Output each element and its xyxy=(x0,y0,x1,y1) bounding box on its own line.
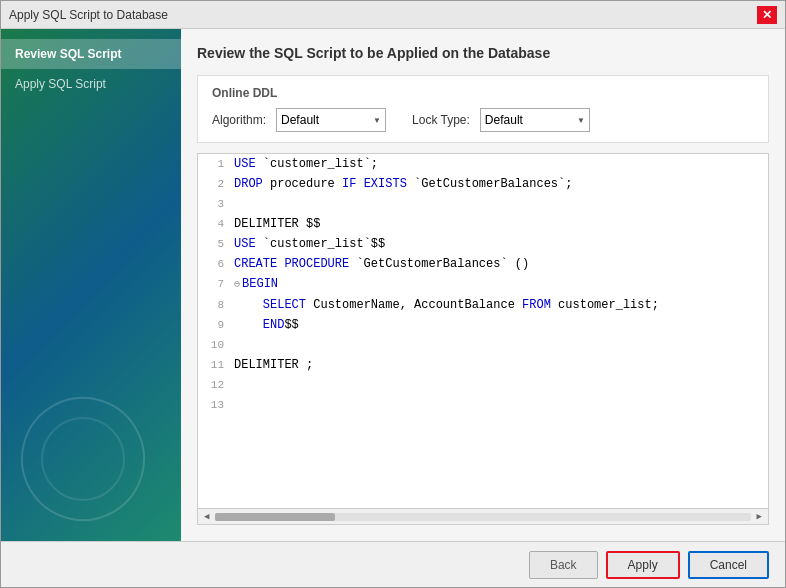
sidebar: Review SQL Script Apply SQL Script xyxy=(1,29,181,541)
online-ddl-section: Online DDL Algorithm: Default INPLACE CO… xyxy=(197,75,769,143)
cancel-button[interactable]: Cancel xyxy=(688,551,769,579)
footer: Back Apply Cancel xyxy=(1,541,785,587)
back-button[interactable]: Back xyxy=(529,551,598,579)
main-content: Review the SQL Script to be Applied on t… xyxy=(181,29,785,541)
title-bar: Apply SQL Script to Database ✕ xyxy=(1,1,785,29)
scroll-thumb[interactable] xyxy=(215,513,335,521)
code-line-8: 8 SELECT CustomerName, AccountBalance FR… xyxy=(198,295,768,315)
algorithm-label: Algorithm: xyxy=(212,113,266,127)
scroll-track[interactable] xyxy=(215,513,750,521)
code-line-12: 12 xyxy=(198,375,768,395)
lock-type-select[interactable]: Default NONE SHARED EXCLUSIVE xyxy=(480,108,590,132)
code-line-4: 4 DELIMITER $$ xyxy=(198,214,768,234)
close-button[interactable]: ✕ xyxy=(757,6,777,24)
code-line-5: 5 USE `customer_list`$$ xyxy=(198,234,768,254)
online-ddl-label: Online DDL xyxy=(212,86,754,100)
scroll-right-arrow[interactable]: ▶ xyxy=(755,511,764,522)
algorithm-select-wrapper[interactable]: Default INPLACE COPY xyxy=(276,108,386,132)
page-title: Review the SQL Script to be Applied on t… xyxy=(197,45,769,61)
algorithm-select[interactable]: Default INPLACE COPY xyxy=(276,108,386,132)
lock-type-select-wrapper[interactable]: Default NONE SHARED EXCLUSIVE xyxy=(480,108,590,132)
sidebar-item-review-sql[interactable]: Review SQL Script xyxy=(1,39,181,69)
lock-type-label: Lock Type: xyxy=(412,113,470,127)
code-panel[interactable]: 1 USE `customer_list`; 2 DROP procedure … xyxy=(197,153,769,525)
collapse-icon[interactable]: ⊖ xyxy=(234,279,240,290)
window-title: Apply SQL Script to Database xyxy=(9,8,168,22)
code-line-2: 2 DROP procedure IF EXISTS `GetCustomerB… xyxy=(198,174,768,194)
code-line-6: 6 CREATE PROCEDURE `GetCustomerBalances`… xyxy=(198,254,768,274)
code-content[interactable]: 1 USE `customer_list`; 2 DROP procedure … xyxy=(198,154,768,508)
code-line-11: 11 DELIMITER ; xyxy=(198,355,768,375)
code-line-10: 10 xyxy=(198,335,768,355)
sidebar-item-apply-sql[interactable]: Apply SQL Script xyxy=(1,69,181,99)
ddl-row: Algorithm: Default INPLACE COPY Lock Typ… xyxy=(212,108,754,132)
code-line-1: 1 USE `customer_list`; xyxy=(198,154,768,174)
scroll-left-arrow[interactable]: ◀ xyxy=(202,511,211,522)
code-line-9: 9 END$$ xyxy=(198,315,768,335)
apply-button[interactable]: Apply xyxy=(606,551,680,579)
code-line-7: 7 ⊖BEGIN xyxy=(198,274,768,295)
code-line-13: 13 xyxy=(198,395,768,415)
horizontal-scrollbar[interactable]: ◀ ▶ xyxy=(198,508,768,524)
code-line-3: 3 xyxy=(198,194,768,214)
